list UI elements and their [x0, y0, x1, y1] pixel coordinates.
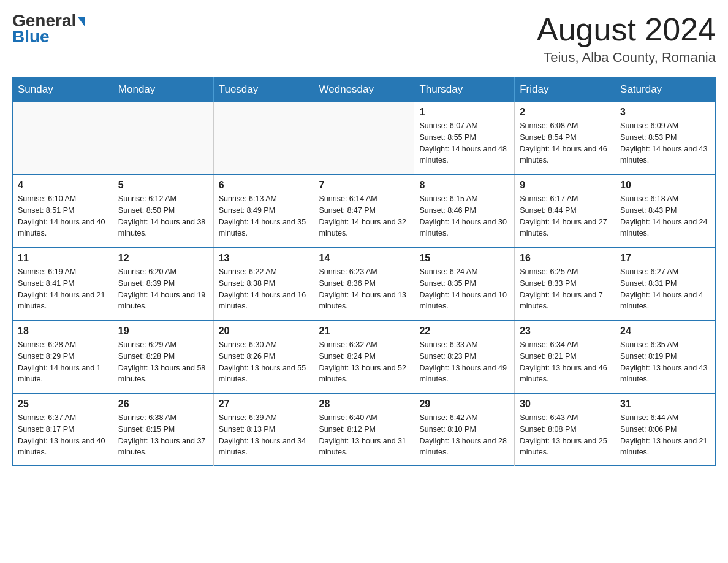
- day-number: 4: [18, 180, 108, 191]
- table-row: 7Sunrise: 6:14 AM Sunset: 8:47 PM Daylig…: [314, 174, 414, 247]
- table-row: [213, 102, 314, 174]
- table-row: 9Sunrise: 6:17 AM Sunset: 8:44 PM Daylig…: [515, 174, 615, 247]
- day-info: Sunrise: 6:37 AM Sunset: 8:17 PM Dayligh…: [18, 412, 108, 458]
- col-thursday: Thursday: [414, 77, 515, 102]
- day-info: Sunrise: 6:20 AM Sunset: 8:39 PM Dayligh…: [118, 266, 208, 312]
- col-saturday: Saturday: [615, 77, 716, 102]
- logo: General Blue: [12, 12, 85, 47]
- day-info: Sunrise: 6:32 AM Sunset: 8:24 PM Dayligh…: [319, 339, 409, 385]
- table-row: 31Sunrise: 6:44 AM Sunset: 8:06 PM Dayli…: [615, 393, 716, 466]
- day-number: 13: [219, 253, 309, 264]
- day-info: Sunrise: 6:38 AM Sunset: 8:15 PM Dayligh…: [118, 412, 208, 458]
- day-info: Sunrise: 6:42 AM Sunset: 8:10 PM Dayligh…: [419, 412, 509, 458]
- month-title: August 2024: [537, 12, 716, 47]
- day-info: Sunrise: 6:23 AM Sunset: 8:36 PM Dayligh…: [319, 266, 409, 312]
- day-number: 20: [219, 326, 309, 337]
- day-number: 9: [520, 180, 610, 191]
- day-info: Sunrise: 6:13 AM Sunset: 8:49 PM Dayligh…: [219, 193, 309, 239]
- day-number: 22: [419, 326, 509, 337]
- day-info: Sunrise: 6:40 AM Sunset: 8:12 PM Dayligh…: [319, 412, 409, 458]
- day-number: 29: [419, 399, 509, 410]
- day-number: 15: [419, 253, 509, 264]
- table-row: 2Sunrise: 6:08 AM Sunset: 8:54 PM Daylig…: [515, 102, 615, 174]
- day-number: 18: [18, 326, 108, 337]
- table-row: 10Sunrise: 6:18 AM Sunset: 8:43 PM Dayli…: [615, 174, 716, 247]
- day-info: Sunrise: 6:12 AM Sunset: 8:50 PM Dayligh…: [118, 193, 208, 239]
- table-row: 21Sunrise: 6:32 AM Sunset: 8:24 PM Dayli…: [314, 320, 414, 393]
- table-row: 15Sunrise: 6:24 AM Sunset: 8:35 PM Dayli…: [414, 247, 515, 320]
- day-number: 17: [620, 253, 710, 264]
- calendar-week-row: 11Sunrise: 6:19 AM Sunset: 8:41 PM Dayli…: [13, 247, 716, 320]
- location-title: Teius, Alba County, Romania: [537, 50, 716, 66]
- day-info: Sunrise: 6:39 AM Sunset: 8:13 PM Dayligh…: [219, 412, 309, 458]
- day-info: Sunrise: 6:08 AM Sunset: 8:54 PM Dayligh…: [520, 120, 610, 166]
- day-info: Sunrise: 6:10 AM Sunset: 8:51 PM Dayligh…: [18, 193, 108, 239]
- day-info: Sunrise: 6:30 AM Sunset: 8:26 PM Dayligh…: [219, 339, 309, 385]
- table-row: 5Sunrise: 6:12 AM Sunset: 8:50 PM Daylig…: [113, 174, 213, 247]
- table-row: [314, 102, 414, 174]
- day-number: 12: [118, 253, 208, 264]
- day-info: Sunrise: 6:28 AM Sunset: 8:29 PM Dayligh…: [18, 339, 108, 385]
- day-number: 10: [620, 180, 710, 191]
- day-number: 31: [620, 399, 710, 410]
- table-row: [13, 102, 113, 174]
- day-number: 19: [118, 326, 208, 337]
- day-number: 11: [18, 253, 108, 264]
- table-row: 16Sunrise: 6:25 AM Sunset: 8:33 PM Dayli…: [515, 247, 615, 320]
- day-info: Sunrise: 6:33 AM Sunset: 8:23 PM Dayligh…: [419, 339, 509, 385]
- table-row: 18Sunrise: 6:28 AM Sunset: 8:29 PM Dayli…: [13, 320, 113, 393]
- calendar-week-row: 1Sunrise: 6:07 AM Sunset: 8:55 PM Daylig…: [13, 102, 716, 174]
- day-number: 16: [520, 253, 610, 264]
- table-row: 13Sunrise: 6:22 AM Sunset: 8:38 PM Dayli…: [213, 247, 314, 320]
- table-row: 24Sunrise: 6:35 AM Sunset: 8:19 PM Dayli…: [615, 320, 716, 393]
- day-info: Sunrise: 6:44 AM Sunset: 8:06 PM Dayligh…: [620, 412, 710, 458]
- day-number: 28: [319, 399, 409, 410]
- table-row: 14Sunrise: 6:23 AM Sunset: 8:36 PM Dayli…: [314, 247, 414, 320]
- day-number: 3: [620, 107, 710, 118]
- table-row: 12Sunrise: 6:20 AM Sunset: 8:39 PM Dayli…: [113, 247, 213, 320]
- table-row: 30Sunrise: 6:43 AM Sunset: 8:08 PM Dayli…: [515, 393, 615, 466]
- table-row: 4Sunrise: 6:10 AM Sunset: 8:51 PM Daylig…: [13, 174, 113, 247]
- title-area: August 2024 Teius, Alba County, Romania: [537, 12, 716, 66]
- calendar-header-row: Sunday Monday Tuesday Wednesday Thursday…: [13, 77, 716, 102]
- table-row: 3Sunrise: 6:09 AM Sunset: 8:53 PM Daylig…: [615, 102, 716, 174]
- table-row: 27Sunrise: 6:39 AM Sunset: 8:13 PM Dayli…: [213, 393, 314, 466]
- day-number: 30: [520, 399, 610, 410]
- table-row: 25Sunrise: 6:37 AM Sunset: 8:17 PM Dayli…: [13, 393, 113, 466]
- day-info: Sunrise: 6:24 AM Sunset: 8:35 PM Dayligh…: [419, 266, 509, 312]
- table-row: [113, 102, 213, 174]
- day-number: 25: [18, 399, 108, 410]
- day-info: Sunrise: 6:22 AM Sunset: 8:38 PM Dayligh…: [219, 266, 309, 312]
- table-row: 23Sunrise: 6:34 AM Sunset: 8:21 PM Dayli…: [515, 320, 615, 393]
- day-info: Sunrise: 6:07 AM Sunset: 8:55 PM Dayligh…: [419, 120, 509, 166]
- table-row: 6Sunrise: 6:13 AM Sunset: 8:49 PM Daylig…: [213, 174, 314, 247]
- col-wednesday: Wednesday: [314, 77, 414, 102]
- day-info: Sunrise: 6:17 AM Sunset: 8:44 PM Dayligh…: [520, 193, 610, 239]
- day-number: 14: [319, 253, 409, 264]
- table-row: 17Sunrise: 6:27 AM Sunset: 8:31 PM Dayli…: [615, 247, 716, 320]
- day-info: Sunrise: 6:29 AM Sunset: 8:28 PM Dayligh…: [118, 339, 208, 385]
- day-number: 27: [219, 399, 309, 410]
- table-row: 8Sunrise: 6:15 AM Sunset: 8:46 PM Daylig…: [414, 174, 515, 247]
- day-info: Sunrise: 6:25 AM Sunset: 8:33 PM Dayligh…: [520, 266, 610, 312]
- day-info: Sunrise: 6:18 AM Sunset: 8:43 PM Dayligh…: [620, 193, 710, 239]
- day-number: 26: [118, 399, 208, 410]
- logo-text-line2: Blue: [12, 27, 50, 47]
- day-number: 2: [520, 107, 610, 118]
- calendar-week-row: 25Sunrise: 6:37 AM Sunset: 8:17 PM Dayli…: [13, 393, 716, 466]
- page-header: General Blue August 2024 Teius, Alba Cou…: [12, 12, 716, 66]
- table-row: 26Sunrise: 6:38 AM Sunset: 8:15 PM Dayli…: [113, 393, 213, 466]
- day-info: Sunrise: 6:09 AM Sunset: 8:53 PM Dayligh…: [620, 120, 710, 166]
- col-friday: Friday: [515, 77, 615, 102]
- table-row: 28Sunrise: 6:40 AM Sunset: 8:12 PM Dayli…: [314, 393, 414, 466]
- table-row: 1Sunrise: 6:07 AM Sunset: 8:55 PM Daylig…: [414, 102, 515, 174]
- day-info: Sunrise: 6:19 AM Sunset: 8:41 PM Dayligh…: [18, 266, 108, 312]
- day-info: Sunrise: 6:15 AM Sunset: 8:46 PM Dayligh…: [419, 193, 509, 239]
- day-number: 21: [319, 326, 409, 337]
- calendar-week-row: 18Sunrise: 6:28 AM Sunset: 8:29 PM Dayli…: [13, 320, 716, 393]
- table-row: 11Sunrise: 6:19 AM Sunset: 8:41 PM Dayli…: [13, 247, 113, 320]
- table-row: 20Sunrise: 6:30 AM Sunset: 8:26 PM Dayli…: [213, 320, 314, 393]
- day-number: 5: [118, 180, 208, 191]
- table-row: 22Sunrise: 6:33 AM Sunset: 8:23 PM Dayli…: [414, 320, 515, 393]
- calendar-week-row: 4Sunrise: 6:10 AM Sunset: 8:51 PM Daylig…: [13, 174, 716, 247]
